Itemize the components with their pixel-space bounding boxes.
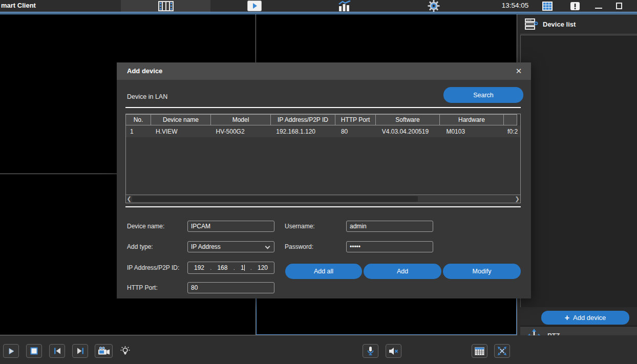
add-device-button[interactable]: + Add device: [541, 311, 629, 325]
stop-icon: [30, 347, 38, 355]
col-extra[interactable]: [503, 114, 517, 125]
device-list-header[interactable]: Device list: [520, 14, 637, 34]
add-all-button-label: Add all: [314, 268, 333, 275]
sidebar: Device list + Add device: [520, 14, 637, 364]
tab-statistics[interactable]: [337, 0, 352, 12]
device-list-panel[interactable]: [520, 35, 637, 307]
minimize-button[interactable]: [593, 0, 604, 12]
modify-button-label: Modify: [473, 268, 492, 275]
lan-device-table: No. Device name Model IP Address/P2P ID …: [125, 114, 521, 203]
add-device-button-label: Add device: [573, 314, 606, 322]
chevron-down-icon: [265, 244, 270, 249]
modify-button[interactable]: Modify: [443, 264, 521, 279]
tab-playback[interactable]: [247, 0, 262, 12]
add-device-dialog: Add device ✕ Device in LAN Search No. De…: [117, 62, 531, 298]
expand-arrows-icon: [497, 346, 507, 356]
step-back-icon: [53, 347, 61, 355]
close-button[interactable]: ✕: [514, 66, 524, 76]
maximize-icon: [616, 3, 622, 9]
cell-http-port: 80: [337, 125, 378, 137]
layout-table-button[interactable]: [472, 344, 487, 358]
add-button-label: Add: [397, 268, 408, 275]
add-button[interactable]: Add: [364, 264, 441, 279]
gear-icon: [428, 0, 440, 12]
cell-extra: f0:2: [506, 125, 520, 137]
tab-settings[interactable]: [427, 0, 440, 12]
playback-toolbar: [0, 335, 637, 364]
minimize-icon: [595, 8, 602, 9]
device-list-icon: [525, 18, 539, 31]
col-no[interactable]: No.: [125, 114, 151, 125]
col-http-port[interactable]: HTTP Port: [335, 114, 376, 125]
table-horizontal-scrollbar[interactable]: ❮ ❯: [126, 195, 520, 203]
col-hardware[interactable]: Hardware: [439, 114, 504, 125]
username-label: Username:: [285, 223, 315, 230]
talk-button[interactable]: [363, 344, 378, 358]
scroll-right-arrow-icon[interactable]: ❯: [514, 195, 520, 203]
alert-icon: [570, 2, 580, 11]
device-in-lan-label: Device in LAN: [127, 93, 167, 100]
password-input[interactable]: [346, 241, 433, 252]
cell-no: 1: [126, 125, 152, 137]
scrollbar-thumb[interactable]: [132, 196, 418, 202]
table-grid-icon: [475, 347, 484, 355]
scroll-left-arrow-icon[interactable]: ❮: [126, 195, 132, 203]
separator: [125, 206, 521, 207]
device-name-input[interactable]: [187, 221, 274, 232]
play-button[interactable]: [3, 344, 19, 358]
close-icon: ✕: [516, 67, 522, 76]
col-software[interactable]: Software: [375, 114, 440, 125]
clock: 13:54:05: [493, 0, 538, 12]
table-row[interactable]: 1 H.VIEW HV-500G2 192.168.1.120 80 V4.03…: [126, 125, 520, 137]
chart-icon: [338, 1, 351, 12]
password-label: Password:: [285, 243, 313, 250]
add-type-value: IP Address: [191, 243, 221, 250]
video-camera-icon: [98, 347, 110, 355]
add-type-select[interactable]: IP Address: [187, 241, 274, 252]
ip-octet-4: 120: [258, 264, 268, 271]
cell-device-name: H.VIEW: [152, 125, 212, 137]
search-button[interactable]: Search: [443, 87, 523, 103]
maximize-button[interactable]: [613, 0, 625, 12]
lightbulb-icon: [120, 346, 131, 356]
play-icon: [247, 1, 262, 11]
dialog-titlebar: Add device ✕: [117, 62, 531, 80]
stop-button[interactable]: [26, 344, 42, 358]
next-button[interactable]: [72, 344, 88, 358]
screen-layout-button[interactable]: [542, 0, 553, 12]
play-icon: [7, 347, 15, 355]
cell-model: HV-500G2: [212, 125, 272, 137]
device-list-title: Device list: [543, 20, 576, 28]
ip-address-label: IP Address/P2P ID:: [127, 264, 179, 271]
table-header-row: No. Device name Model IP Address/P2P ID …: [126, 114, 520, 125]
cell-ip: 192.168.1.120: [272, 125, 337, 137]
titlebar: mart Client: [0, 0, 637, 12]
http-port-input[interactable]: [187, 282, 274, 293]
grid-icon: [542, 2, 553, 11]
ip-octet-1: 192: [194, 264, 204, 271]
username-input[interactable]: [346, 221, 433, 232]
col-device-name[interactable]: Device name: [151, 114, 211, 125]
text-caret: [244, 265, 245, 271]
cell-hardware: M0103: [442, 125, 506, 137]
ip-address-input[interactable]: 192. 168. 1. 120: [187, 262, 274, 274]
dialog-title: Add device: [127, 62, 162, 80]
add-all-button[interactable]: Add all: [285, 264, 362, 279]
tab-live-view[interactable]: [121, 0, 210, 12]
col-ip[interactable]: IP Address/P2P ID: [270, 114, 335, 125]
col-model[interactable]: Model: [210, 114, 271, 125]
smart-client-window: mart Client: [0, 0, 637, 364]
http-port-label: HTTP Port:: [127, 284, 158, 291]
mute-button[interactable]: [386, 344, 401, 358]
cell-software: V4.03.04.200519: [378, 125, 442, 137]
previous-button[interactable]: [49, 344, 65, 358]
add-type-label: Add type:: [127, 243, 153, 250]
fullscreen-button[interactable]: [494, 344, 510, 358]
filmstrip-icon: [158, 1, 174, 11]
record-button[interactable]: [95, 344, 113, 358]
brightness-button[interactable]: [117, 344, 133, 358]
plus-icon: +: [565, 314, 569, 322]
app-title: mart Client: [1, 0, 36, 12]
alarm-info-button[interactable]: [569, 0, 581, 12]
search-button-label: Search: [473, 92, 494, 99]
